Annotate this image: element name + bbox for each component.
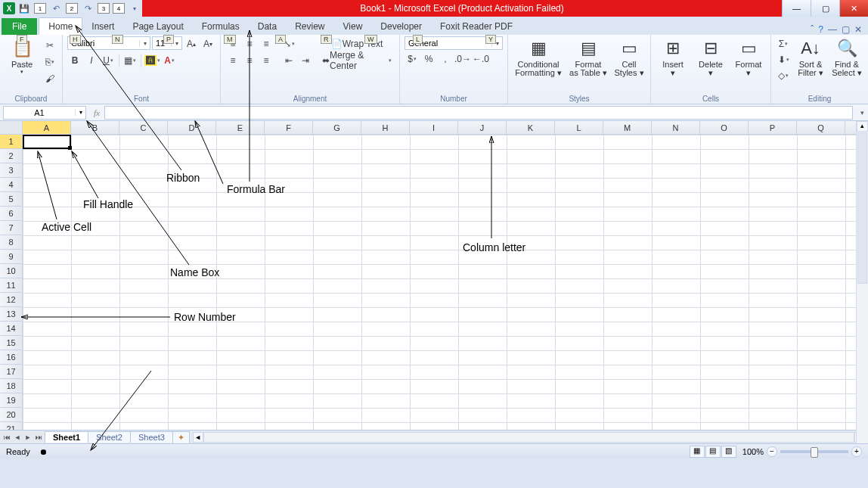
doc-minimize-icon[interactable]: ― (828, 24, 837, 35)
cell-styles-button[interactable]: ▭ CellStyles ▾ (612, 36, 646, 79)
view-normal-icon[interactable]: ▦ (690, 446, 705, 458)
indent-decrease-icon[interactable]: ⇤ (281, 53, 296, 68)
sheet-tab-3[interactable]: Sheet3 (130, 431, 173, 443)
qat-undo-icon[interactable]: ↶ (48, 2, 64, 15)
name-box[interactable]: A1 ▾ (3, 106, 86, 120)
column-header[interactable]: E (216, 121, 265, 134)
tab-formulas[interactable]: Formulas (193, 18, 249, 35)
close-button[interactable]: ✕ (839, 0, 868, 17)
help-icon[interactable]: ? (818, 24, 823, 35)
select-all-corner[interactable] (0, 121, 23, 134)
row-header[interactable]: 7 (0, 221, 22, 235)
sheet-tab-1[interactable]: Sheet1 (45, 431, 88, 443)
insert-cells-button[interactable]: ⊞ Insert▾ (656, 36, 690, 79)
tab-foxit[interactable]: Foxit Reader PDF (431, 18, 522, 35)
format-painter-icon[interactable]: 🖌 (42, 71, 57, 86)
row-header[interactable]: 4 (0, 178, 22, 192)
doc-restore-icon[interactable]: ▢ (842, 24, 850, 35)
minimize-button[interactable]: ― (782, 0, 811, 17)
row-header[interactable]: 21 (0, 422, 22, 430)
column-header[interactable]: C (119, 121, 168, 134)
row-header[interactable]: 11 (0, 278, 22, 293)
row-header[interactable]: 10 (0, 264, 22, 278)
zoom-level[interactable]: 100% (742, 447, 764, 456)
sheet-tab-2[interactable]: Sheet2 (88, 431, 131, 443)
excel-icon[interactable]: X (3, 2, 15, 14)
row-header[interactable]: 19 (0, 393, 22, 408)
font-color-icon[interactable]: A▾ (162, 53, 177, 68)
row-header[interactable]: 17 (0, 365, 22, 379)
row-header[interactable]: 6 (0, 207, 22, 221)
row-header[interactable]: 9 (0, 250, 22, 264)
new-sheet-icon[interactable]: ✦ (172, 431, 190, 443)
tab-review[interactable]: Review (286, 18, 333, 35)
qat-customize-icon[interactable]: ▾ (127, 2, 142, 15)
row-header[interactable]: 16 (0, 350, 22, 365)
qat-redo-icon[interactable]: ↷ (80, 2, 95, 15)
shrink-font-icon[interactable]: A▾ (200, 36, 215, 51)
grow-font-icon[interactable]: A▴ (184, 36, 199, 51)
row-header[interactable]: 14 (0, 322, 22, 336)
cut-icon[interactable]: ✂ (42, 38, 57, 53)
column-header[interactable]: I (410, 121, 458, 134)
active-cell[interactable] (23, 135, 71, 149)
delete-cells-button[interactable]: ⊟ Delete▾ (693, 36, 728, 79)
italic-button[interactable]: I (84, 53, 99, 68)
horizontal-scrollbar[interactable]: ◄► (190, 432, 868, 443)
name-box-arrow-icon[interactable]: ▾ (75, 109, 85, 116)
column-header[interactable]: H (361, 121, 410, 134)
align-center-icon[interactable]: ≡ (242, 53, 257, 68)
decrease-decimal-icon[interactable]: ←.0 (473, 51, 489, 67)
sheet-nav-last-icon[interactable]: ⏭ (33, 434, 44, 441)
ribbon-minimize-icon[interactable]: ˆ (811, 24, 814, 35)
column-header[interactable]: G (313, 121, 361, 134)
underline-button[interactable]: U▾ (101, 53, 116, 68)
column-header[interactable]: J (458, 121, 507, 134)
qat-save-icon[interactable]: 💾 (17, 2, 32, 15)
fill-color-icon[interactable]: 🅰▾ (144, 53, 160, 68)
column-header[interactable]: F (265, 121, 313, 134)
merge-center-button[interactable]: ⬌ Merge & Center▾ (319, 53, 395, 68)
indent-increase-icon[interactable]: ⇥ (298, 53, 313, 68)
row-header[interactable]: 20 (0, 408, 22, 422)
fill-icon[interactable]: ⬇▾ (776, 52, 791, 67)
clear-icon[interactable]: ◇▾ (776, 68, 791, 83)
tab-home[interactable]: Home (39, 17, 82, 35)
sheet-nav-prev-icon[interactable]: ◄ (12, 434, 23, 441)
view-page-layout-icon[interactable]: ▤ (705, 446, 721, 458)
zoom-out-button[interactable]: − (767, 446, 777, 457)
format-cells-button[interactable]: ▭ Format▾ (731, 36, 766, 79)
align-bottom-icon[interactable]: ≡ (259, 36, 274, 51)
comma-format-icon[interactable]: , (438, 51, 453, 67)
zoom-slider[interactable] (780, 450, 848, 453)
format-as-table-button[interactable]: ▤ Formatas Table ▾ (567, 36, 609, 79)
formula-bar-expand-icon[interactable]: ▾ (856, 109, 868, 117)
row-header[interactable]: 18 (0, 379, 22, 393)
accounting-format-icon[interactable]: $▾ (405, 51, 420, 67)
fx-icon[interactable]: fx (94, 108, 100, 117)
zoom-in-button[interactable]: + (851, 446, 862, 457)
percent-format-icon[interactable]: % (421, 51, 436, 67)
maximize-button[interactable]: ▢ (811, 0, 839, 17)
autosum-icon[interactable]: Σ▾ (776, 36, 791, 51)
row-header[interactable]: 8 (0, 235, 22, 250)
align-right-icon[interactable]: ≡ (259, 53, 274, 68)
record-macro-icon[interactable]: ⏺ (36, 447, 51, 456)
conditional-formatting-button[interactable]: ▦ ConditionalFormatting ▾ (513, 36, 564, 79)
tab-developer[interactable]: Developer (371, 18, 431, 35)
border-icon[interactable]: ▦▾ (122, 53, 138, 68)
view-page-break-icon[interactable]: ▧ (721, 446, 736, 458)
row-header[interactable]: 1 (0, 135, 22, 149)
tab-view[interactable]: View (334, 18, 372, 35)
column-header[interactable]: A (23, 121, 71, 134)
tab-page-layout[interactable]: Page Layout (123, 18, 192, 35)
column-header[interactable]: O (700, 121, 749, 134)
align-middle-icon[interactable]: ≡ (242, 36, 257, 51)
bold-button[interactable]: B (67, 53, 82, 68)
column-header[interactable]: L (555, 121, 603, 134)
increase-decimal-icon[interactable]: .0→ (454, 51, 471, 67)
row-header[interactable]: 2 (0, 149, 22, 163)
column-header[interactable]: M (603, 121, 652, 134)
cells-area[interactable] (23, 135, 868, 430)
sort-filter-button[interactable]: A↓ Sort &Filter ▾ (794, 36, 827, 79)
